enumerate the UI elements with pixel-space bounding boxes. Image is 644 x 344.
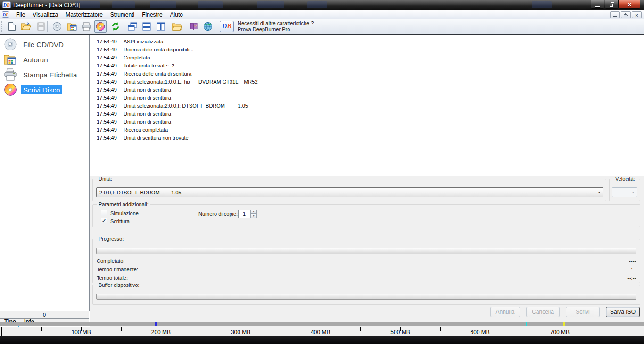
log-message: Ricerca dele unità disponibili...	[124, 47, 194, 52]
window-controls: ×	[591, 0, 640, 9]
write-label: Scrittura	[110, 218, 130, 224]
menu-item-strumenti[interactable]: Strumenti	[107, 10, 138, 19]
cascade-windows-button[interactable]	[126, 20, 139, 33]
log-time: 17:54:49	[97, 103, 117, 109]
tile-vertical-button[interactable]	[155, 20, 167, 33]
burn-disc-button[interactable]	[94, 20, 107, 33]
menu-item-finestre[interactable]: Finestre	[138, 10, 166, 19]
close-button[interactable]: ×	[619, 0, 640, 9]
log-time: 17:54:49	[97, 63, 117, 68]
save-project-button[interactable]	[35, 20, 47, 33]
close-icon: ×	[628, 0, 632, 8]
log-entry: 17:54:49Unità non di scrittura	[90, 110, 644, 118]
mdi-close-button[interactable]: ×	[632, 11, 642, 18]
web-globe-icon	[203, 22, 213, 31]
log-time: 17:54:49	[97, 95, 117, 101]
speed-select[interactable]: ▼	[612, 187, 637, 197]
mdi-controls: ×	[610, 11, 642, 18]
log-entry: 17:54:49Unità selezionata:2:0:0,I: DTSOF…	[90, 102, 644, 110]
log-message: ASPI inizializzata	[124, 39, 163, 44]
sidebar: File CD/DVD Autorun	[0, 35, 90, 322]
copies-stepper: ▲ ▼	[250, 210, 257, 218]
log-time: 17:54:49	[97, 39, 117, 44]
folder-icon	[172, 23, 182, 31]
minimize-button[interactable]	[591, 0, 604, 9]
bottom-edge	[0, 336, 644, 344]
mdi-restore-icon	[624, 13, 628, 17]
menu-item-file[interactable]: File	[12, 10, 29, 19]
background-window-artifact	[307, 1, 327, 8]
toolbar-separator	[216, 21, 216, 32]
deepburner-window: DB DeepBurner - [Data CD#3] × DB FileVis…	[0, 0, 644, 344]
refresh-drives-button[interactable]	[109, 20, 122, 33]
progress-bar	[96, 248, 636, 254]
ruler-tick	[201, 327, 201, 331]
capacity-marker	[155, 322, 157, 326]
print-label-button[interactable]	[80, 20, 92, 33]
autorun-icon	[3, 53, 17, 66]
new-project-button[interactable]	[6, 20, 18, 33]
mdi-close-icon: ×	[635, 12, 638, 18]
drive-select[interactable]: 2:0:0,I: DTSOFT BDROM 1.05 ▼	[96, 187, 603, 197]
sidebar-item-stampa-etichetta[interactable]: Stampa Etichetta	[0, 67, 89, 82]
menu-item-visualizza[interactable]: Visualizza	[29, 10, 62, 19]
minimize-icon	[595, 6, 600, 7]
save-icon	[37, 22, 45, 31]
help-button[interactable]: ?	[188, 20, 200, 33]
sidebar-item-label: Stampa Etichetta	[21, 70, 79, 79]
sidebar-item-label: Scrivi Disco	[21, 85, 62, 94]
app-icon-small: DB	[2, 11, 9, 18]
printer-icon	[3, 68, 17, 81]
mdi-restore-button[interactable]	[621, 11, 631, 18]
remaining-time-label: Tempo rimanente:	[97, 267, 138, 272]
log-message: Unità selezionata:1:0:0,E: hp DVDRAM GT3…	[124, 79, 258, 84]
tile-horizontal-button[interactable]	[140, 20, 153, 33]
log-entry: 17:54:49Unità non di scrittura	[90, 118, 644, 126]
restore-button[interactable]	[605, 0, 619, 9]
open-project-button[interactable]	[20, 20, 32, 33]
salva-iso-button[interactable]: Salva ISO	[606, 307, 640, 317]
buffer-group-label: Buffer dispositivo:	[97, 282, 141, 288]
log-entry: 17:54:49ASPI inizializzata	[90, 38, 644, 46]
log-message: Unità non di scrittura	[124, 111, 171, 117]
project-size-counter: 0	[0, 311, 89, 319]
ruler-tick	[360, 327, 361, 331]
write-checkbox[interactable]: ✓	[101, 218, 107, 224]
log-message: Unità non di scrittura	[124, 95, 171, 101]
spin-up-button[interactable]: ▲	[250, 210, 257, 214]
scrivi-button[interactable]: Scrivi	[566, 307, 600, 317]
log-list: 17:54:49ASPI inizializzata17:54:49Ricerc…	[90, 35, 644, 142]
spin-down-button[interactable]: ▼	[250, 214, 257, 218]
menu-item-aiuto[interactable]: Aiuto	[166, 10, 187, 19]
log-message: Completato	[124, 55, 150, 60]
toolbar-grip[interactable]	[1, 21, 2, 32]
copies-input[interactable]: 1	[238, 210, 250, 218]
progress-group-label: Progresso:	[97, 236, 125, 242]
simulation-checkbox[interactable]	[101, 210, 107, 216]
sidebar-item-autorun[interactable]: Autorun	[0, 52, 89, 67]
total-time-value: --:--	[627, 275, 636, 281]
website-button[interactable]	[202, 20, 214, 33]
size-ruler: 100 MB200 MB300 MB400 MB500 MB600 MB700 …	[0, 327, 644, 336]
chevron-down-icon: ▼	[629, 191, 637, 194]
cancella-button[interactable]: Cancella	[526, 307, 560, 317]
log-message: Ricerca completata	[124, 127, 168, 133]
sidebar-item-scrivi-disco[interactable]: Scrivi Disco	[0, 82, 89, 97]
deepburner-pro-banner[interactable]: DB Necessiti di altre caratteristiche ? …	[220, 20, 314, 33]
sidebar-item-file-cd-dvd[interactable]: File CD/DVD	[0, 37, 89, 52]
browse-files-button[interactable]	[171, 20, 183, 33]
ruler-label: 300 MB	[231, 329, 250, 336]
capacity-marker	[563, 322, 565, 326]
ruler-tick	[41, 327, 42, 331]
toolbar-separator	[47, 21, 48, 32]
file-cd-dvd-button[interactable]	[51, 20, 63, 33]
autorun-button[interactable]	[66, 20, 78, 33]
tile-vertical-icon	[157, 22, 165, 31]
annulla-button[interactable]: Annulla	[490, 307, 520, 317]
log-time: 17:54:49	[97, 119, 117, 125]
ruler-tick	[520, 327, 520, 331]
mdi-minimize-button[interactable]	[610, 11, 620, 18]
menu-item-masterizzatore[interactable]: Masterizzatore	[62, 10, 107, 19]
toolbar: ? DB Necessiti di altre caratteristiche …	[0, 19, 644, 34]
capacity-marker-bar	[0, 322, 644, 326]
